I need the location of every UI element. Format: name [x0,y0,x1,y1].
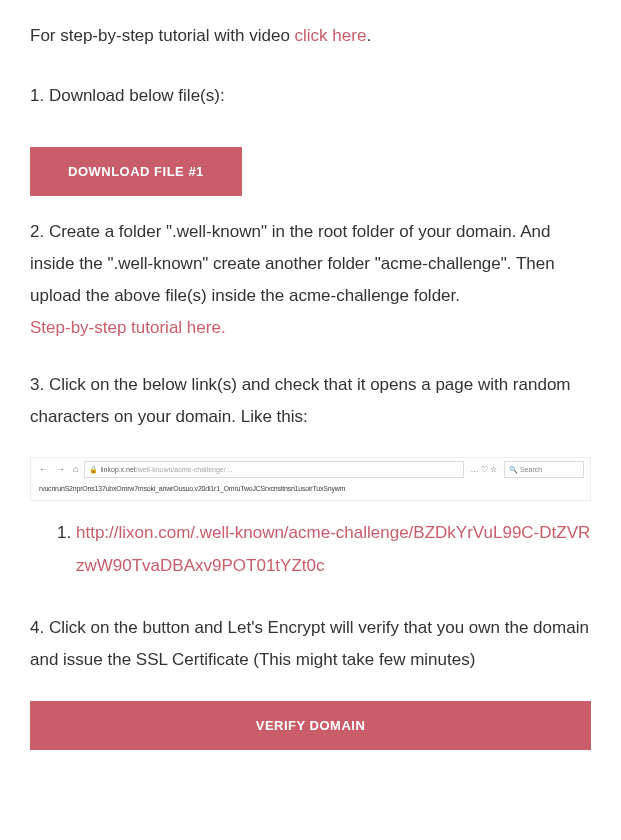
url-path: /well-known/acme-challenge/… [136,466,233,473]
step4-text: 4. Click on the button and Let's Encrypt… [30,612,591,677]
intro-suffix: . [366,26,371,45]
verification-url-link[interactable]: http://lixon.com/.well-known/acme-challe… [76,523,590,574]
step2-text: 2. Create a folder ".well-known" in the … [30,216,591,345]
home-icon: ⌂ [71,461,80,478]
verify-domain-button[interactable]: VERIFY DOMAIN [30,701,591,750]
step1-text: 1. Download below file(s): [30,80,591,112]
intro-prefix: For step-by-step tutorial with video [30,26,295,45]
bookmark-icon: … ♡ ☆ [468,462,500,477]
verification-url-list: http://lixon.com/.well-known/acme-challe… [76,517,591,582]
url-lock-host: 🔒 linkop.x.net [89,466,135,473]
back-icon: ← [37,461,50,478]
browser-search-box: 🔍 Search [504,461,584,478]
verification-url-item: http://lixon.com/.well-known/acme-challe… [76,517,591,582]
search-placeholder: Search [520,466,542,473]
download-file-1-button[interactable]: DOWNLOAD FILE #1 [30,147,242,196]
step2-body: 2. Create a folder ".well-known" in the … [30,222,555,306]
step2-tutorial-link[interactable]: Step-by-step tutorial here. [30,318,226,337]
browser-toolbar: ← → ⌂ 🔒 linkop.x.net/well-known/acme-cha… [37,462,584,476]
tutorial-link[interactable]: click here [295,26,367,45]
intro-line: For step-by-step tutorial with video cli… [30,20,591,52]
step3-text: 3. Click on the below link(s) and check … [30,369,591,434]
browser-screenshot: ← → ⌂ 🔒 linkop.x.net/well-known/acme-cha… [30,457,591,501]
browser-body-chars: rvucnrunS2nprOns137ubxOmrw7msoki_anwrOus… [37,476,584,495]
forward-icon: → [54,461,67,478]
browser-url-bar: 🔒 linkop.x.net/well-known/acme-challenge… [84,461,463,478]
